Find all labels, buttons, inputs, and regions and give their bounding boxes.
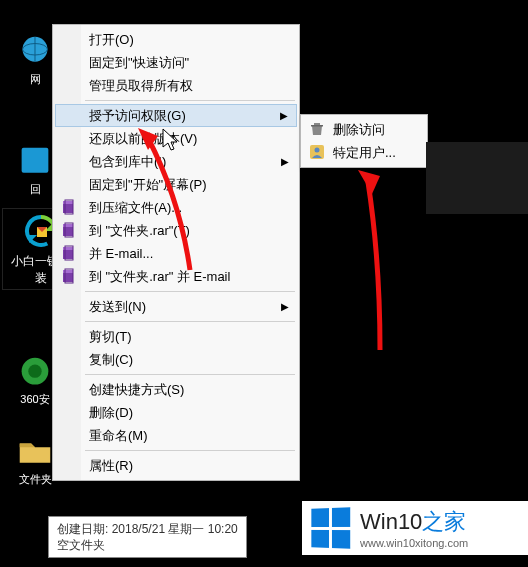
menu-item-label: 包含到库中(I) [89,154,166,169]
user-icon [309,144,325,160]
menu-item[interactable]: 剪切(T) [55,325,297,348]
desktop-icon-label: 网 [30,73,41,85]
windows-logo-icon [311,507,350,549]
menu-item[interactable]: 到压缩文件(A)... [55,196,297,219]
desktop-icon-label: 360安 [20,393,49,405]
trash-icon [309,121,325,137]
svg-rect-18 [311,125,323,127]
menu-item[interactable]: 到 "文件夹.rar"(T) [55,219,297,242]
menu-item-label: 发送到(N) [89,299,146,314]
context-submenu: 删除访问特定用户... [300,114,428,168]
menu-item-label: 固定到"快速访问" [89,55,189,70]
menu-item-label: 属性(R) [89,458,133,473]
rar-icon [61,222,77,238]
chevron-right-icon: ▶ [281,295,289,318]
menu-item[interactable]: 固定到"快速访问" [55,51,297,74]
svg-point-4 [28,365,41,378]
menu-item-label: 创建快捷方式(S) [89,382,184,397]
tooltip: 创建日期: 2018/5/21 星期一 10:20 空文件夹 [48,516,247,558]
menu-item[interactable]: 固定到"开始"屏幕(P) [55,173,297,196]
menu-item-label: 管理员取得所有权 [89,78,193,93]
chevron-right-icon: ▶ [280,105,288,126]
context-menu: 打开(O)固定到"快速访问"管理员取得所有权授予访问权限(G)▶还原以前的版本(… [52,24,300,481]
menu-item-label: 复制(C) [89,352,133,367]
menu-item[interactable]: 创建快捷方式(S) [55,378,297,401]
menu-item[interactable]: 打开(O) [55,28,297,51]
menu-item-label: 授予访问权限(G) [89,108,186,123]
desktop-icon-label: 文件夹 [19,473,52,485]
menu-item-label: 到压缩文件(A)... [89,200,182,215]
submenu-item[interactable]: 特定用户... [303,141,425,164]
tooltip-line-2: 空文件夹 [57,537,238,553]
menu-item[interactable]: 发送到(N)▶ [55,295,297,318]
menu-item[interactable]: 属性(R) [55,454,297,477]
rar-icon [61,199,77,215]
menu-item[interactable]: 重命名(M) [55,424,297,447]
menu-separator [85,321,295,322]
rar-icon [61,268,77,284]
menu-separator [85,100,295,101]
menu-separator [85,450,295,451]
menu-item-label: 重命名(M) [89,428,148,443]
menu-item[interactable]: 管理员取得所有权 [55,74,297,97]
watermark-brand: Win10之家 [360,507,468,537]
submenu-item[interactable]: 删除访问 [303,118,425,141]
annotation-arrow-2 [340,160,410,360]
menu-item-label: 还原以前的版本(V) [89,131,197,146]
rar-icon [61,245,77,261]
dark-panel [426,142,528,214]
chevron-right-icon: ▶ [281,150,289,173]
menu-item-label: 固定到"开始"屏幕(P) [89,177,207,192]
menu-item-label: 删除(D) [89,405,133,420]
menu-item[interactable]: 还原以前的版本(V) [55,127,297,150]
menu-item[interactable]: 到 "文件夹.rar" 并 E-mail [55,265,297,288]
svg-rect-2 [22,148,49,173]
menu-item-label: 到 "文件夹.rar"(T) [89,223,190,238]
menu-item[interactable]: 删除(D) [55,401,297,424]
svg-point-20 [315,148,320,153]
tooltip-line-1: 创建日期: 2018/5/21 星期一 10:20 [57,521,238,537]
menu-item[interactable]: 授予访问权限(G)▶ [55,104,297,127]
menu-item-label: 打开(O) [89,32,134,47]
submenu-item-label: 特定用户... [333,145,396,160]
menu-separator [85,291,295,292]
menu-item[interactable]: 复制(C) [55,348,297,371]
desktop-icon-label: 回 [30,183,41,195]
menu-item-label: 并 E-mail... [89,246,153,261]
menu-item[interactable]: 包含到库中(I)▶ [55,150,297,173]
watermark-url: www.win10xitong.com [360,537,468,549]
menu-item[interactable]: 并 E-mail... [55,242,297,265]
svg-rect-17 [314,123,320,125]
menu-item-label: 剪切(T) [89,329,132,344]
menu-item-label: 到 "文件夹.rar" 并 E-mail [89,269,230,284]
submenu-item-label: 删除访问 [333,122,385,137]
watermark: Win10之家 www.win10xitong.com [302,501,528,555]
menu-separator [85,374,295,375]
